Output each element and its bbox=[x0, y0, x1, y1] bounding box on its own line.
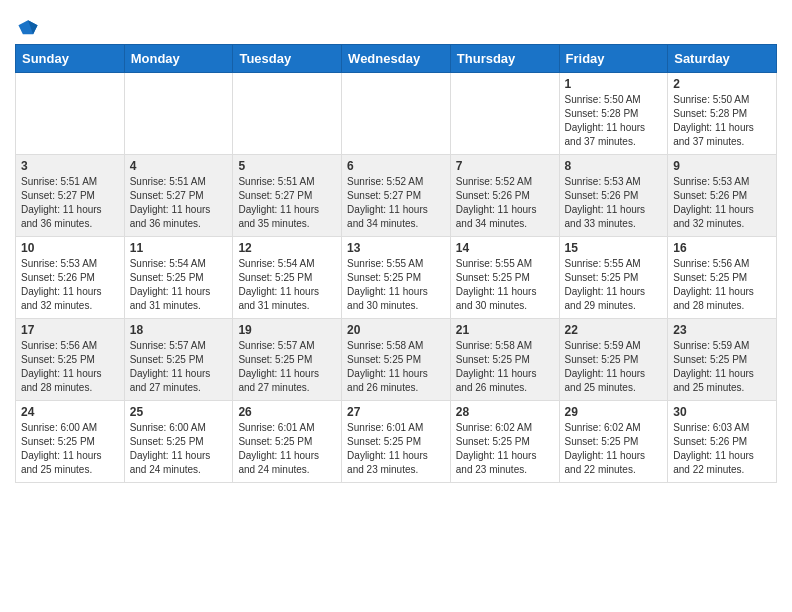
day-number: 1 bbox=[565, 77, 663, 91]
calendar-cell: 12Sunrise: 5:54 AM Sunset: 5:25 PM Dayli… bbox=[233, 237, 342, 319]
day-info: Sunrise: 5:57 AM Sunset: 5:25 PM Dayligh… bbox=[130, 339, 228, 395]
day-info: Sunrise: 6:03 AM Sunset: 5:26 PM Dayligh… bbox=[673, 421, 771, 477]
day-info: Sunrise: 6:00 AM Sunset: 5:25 PM Dayligh… bbox=[130, 421, 228, 477]
weekday-header-monday: Monday bbox=[124, 45, 233, 73]
calendar-cell: 13Sunrise: 5:55 AM Sunset: 5:25 PM Dayli… bbox=[342, 237, 451, 319]
day-info: Sunrise: 5:59 AM Sunset: 5:25 PM Dayligh… bbox=[565, 339, 663, 395]
day-info: Sunrise: 5:51 AM Sunset: 5:27 PM Dayligh… bbox=[238, 175, 336, 231]
calendar-week-1: 1Sunrise: 5:50 AM Sunset: 5:28 PM Daylig… bbox=[16, 73, 777, 155]
day-number: 17 bbox=[21, 323, 119, 337]
day-number: 23 bbox=[673, 323, 771, 337]
calendar-cell: 14Sunrise: 5:55 AM Sunset: 5:25 PM Dayli… bbox=[450, 237, 559, 319]
day-number: 8 bbox=[565, 159, 663, 173]
day-info: Sunrise: 5:51 AM Sunset: 5:27 PM Dayligh… bbox=[130, 175, 228, 231]
day-number: 10 bbox=[21, 241, 119, 255]
day-info: Sunrise: 5:55 AM Sunset: 5:25 PM Dayligh… bbox=[456, 257, 554, 313]
day-number: 18 bbox=[130, 323, 228, 337]
day-number: 7 bbox=[456, 159, 554, 173]
day-number: 27 bbox=[347, 405, 445, 419]
day-info: Sunrise: 5:54 AM Sunset: 5:25 PM Dayligh… bbox=[130, 257, 228, 313]
day-info: Sunrise: 5:52 AM Sunset: 5:27 PM Dayligh… bbox=[347, 175, 445, 231]
calendar-table: SundayMondayTuesdayWednesdayThursdayFrid… bbox=[15, 44, 777, 483]
calendar-cell: 23Sunrise: 5:59 AM Sunset: 5:25 PM Dayli… bbox=[668, 319, 777, 401]
day-info: Sunrise: 5:57 AM Sunset: 5:25 PM Dayligh… bbox=[238, 339, 336, 395]
day-info: Sunrise: 5:51 AM Sunset: 5:27 PM Dayligh… bbox=[21, 175, 119, 231]
weekday-header-sunday: Sunday bbox=[16, 45, 125, 73]
calendar-cell bbox=[16, 73, 125, 155]
day-info: Sunrise: 6:00 AM Sunset: 5:25 PM Dayligh… bbox=[21, 421, 119, 477]
day-info: Sunrise: 5:54 AM Sunset: 5:25 PM Dayligh… bbox=[238, 257, 336, 313]
day-info: Sunrise: 5:50 AM Sunset: 5:28 PM Dayligh… bbox=[565, 93, 663, 149]
day-number: 4 bbox=[130, 159, 228, 173]
day-info: Sunrise: 5:55 AM Sunset: 5:25 PM Dayligh… bbox=[347, 257, 445, 313]
calendar-cell: 26Sunrise: 6:01 AM Sunset: 5:25 PM Dayli… bbox=[233, 401, 342, 483]
day-info: Sunrise: 5:53 AM Sunset: 5:26 PM Dayligh… bbox=[565, 175, 663, 231]
day-number: 19 bbox=[238, 323, 336, 337]
calendar-week-5: 24Sunrise: 6:00 AM Sunset: 5:25 PM Dayli… bbox=[16, 401, 777, 483]
calendar-cell: 10Sunrise: 5:53 AM Sunset: 5:26 PM Dayli… bbox=[16, 237, 125, 319]
day-info: Sunrise: 5:59 AM Sunset: 5:25 PM Dayligh… bbox=[673, 339, 771, 395]
calendar-cell: 18Sunrise: 5:57 AM Sunset: 5:25 PM Dayli… bbox=[124, 319, 233, 401]
day-number: 28 bbox=[456, 405, 554, 419]
calendar-cell: 2Sunrise: 5:50 AM Sunset: 5:28 PM Daylig… bbox=[668, 73, 777, 155]
logo-icon bbox=[17, 18, 39, 40]
day-number: 24 bbox=[21, 405, 119, 419]
day-number: 25 bbox=[130, 405, 228, 419]
calendar-cell: 24Sunrise: 6:00 AM Sunset: 5:25 PM Dayli… bbox=[16, 401, 125, 483]
day-info: Sunrise: 5:58 AM Sunset: 5:25 PM Dayligh… bbox=[347, 339, 445, 395]
calendar-cell: 1Sunrise: 5:50 AM Sunset: 5:28 PM Daylig… bbox=[559, 73, 668, 155]
day-number: 2 bbox=[673, 77, 771, 91]
day-info: Sunrise: 6:01 AM Sunset: 5:25 PM Dayligh… bbox=[238, 421, 336, 477]
logo bbox=[15, 18, 39, 36]
day-info: Sunrise: 5:55 AM Sunset: 5:25 PM Dayligh… bbox=[565, 257, 663, 313]
calendar-cell: 22Sunrise: 5:59 AM Sunset: 5:25 PM Dayli… bbox=[559, 319, 668, 401]
day-number: 16 bbox=[673, 241, 771, 255]
calendar-cell: 9Sunrise: 5:53 AM Sunset: 5:26 PM Daylig… bbox=[668, 155, 777, 237]
day-info: Sunrise: 6:01 AM Sunset: 5:25 PM Dayligh… bbox=[347, 421, 445, 477]
weekday-header-row: SundayMondayTuesdayWednesdayThursdayFrid… bbox=[16, 45, 777, 73]
day-number: 3 bbox=[21, 159, 119, 173]
day-number: 15 bbox=[565, 241, 663, 255]
calendar-cell bbox=[233, 73, 342, 155]
calendar-week-3: 10Sunrise: 5:53 AM Sunset: 5:26 PM Dayli… bbox=[16, 237, 777, 319]
calendar-week-2: 3Sunrise: 5:51 AM Sunset: 5:27 PM Daylig… bbox=[16, 155, 777, 237]
weekday-header-saturday: Saturday bbox=[668, 45, 777, 73]
calendar-cell: 6Sunrise: 5:52 AM Sunset: 5:27 PM Daylig… bbox=[342, 155, 451, 237]
calendar-cell: 21Sunrise: 5:58 AM Sunset: 5:25 PM Dayli… bbox=[450, 319, 559, 401]
day-number: 13 bbox=[347, 241, 445, 255]
day-number: 21 bbox=[456, 323, 554, 337]
weekday-header-thursday: Thursday bbox=[450, 45, 559, 73]
calendar-cell bbox=[124, 73, 233, 155]
day-number: 12 bbox=[238, 241, 336, 255]
day-number: 30 bbox=[673, 405, 771, 419]
calendar-cell: 7Sunrise: 5:52 AM Sunset: 5:26 PM Daylig… bbox=[450, 155, 559, 237]
day-number: 14 bbox=[456, 241, 554, 255]
calendar-cell: 8Sunrise: 5:53 AM Sunset: 5:26 PM Daylig… bbox=[559, 155, 668, 237]
day-info: Sunrise: 5:50 AM Sunset: 5:28 PM Dayligh… bbox=[673, 93, 771, 149]
day-info: Sunrise: 5:52 AM Sunset: 5:26 PM Dayligh… bbox=[456, 175, 554, 231]
calendar-cell: 29Sunrise: 6:02 AM Sunset: 5:25 PM Dayli… bbox=[559, 401, 668, 483]
day-number: 26 bbox=[238, 405, 336, 419]
day-number: 20 bbox=[347, 323, 445, 337]
day-info: Sunrise: 5:58 AM Sunset: 5:25 PM Dayligh… bbox=[456, 339, 554, 395]
day-number: 6 bbox=[347, 159, 445, 173]
day-info: Sunrise: 6:02 AM Sunset: 5:25 PM Dayligh… bbox=[565, 421, 663, 477]
day-info: Sunrise: 5:56 AM Sunset: 5:25 PM Dayligh… bbox=[673, 257, 771, 313]
day-info: Sunrise: 5:56 AM Sunset: 5:25 PM Dayligh… bbox=[21, 339, 119, 395]
weekday-header-friday: Friday bbox=[559, 45, 668, 73]
calendar-cell: 27Sunrise: 6:01 AM Sunset: 5:25 PM Dayli… bbox=[342, 401, 451, 483]
calendar-cell: 20Sunrise: 5:58 AM Sunset: 5:25 PM Dayli… bbox=[342, 319, 451, 401]
calendar-cell: 11Sunrise: 5:54 AM Sunset: 5:25 PM Dayli… bbox=[124, 237, 233, 319]
day-number: 11 bbox=[130, 241, 228, 255]
calendar-cell: 3Sunrise: 5:51 AM Sunset: 5:27 PM Daylig… bbox=[16, 155, 125, 237]
calendar-cell: 19Sunrise: 5:57 AM Sunset: 5:25 PM Dayli… bbox=[233, 319, 342, 401]
day-number: 9 bbox=[673, 159, 771, 173]
header bbox=[15, 10, 777, 36]
calendar-cell: 25Sunrise: 6:00 AM Sunset: 5:25 PM Dayli… bbox=[124, 401, 233, 483]
weekday-header-wednesday: Wednesday bbox=[342, 45, 451, 73]
day-info: Sunrise: 5:53 AM Sunset: 5:26 PM Dayligh… bbox=[21, 257, 119, 313]
calendar-cell: 17Sunrise: 5:56 AM Sunset: 5:25 PM Dayli… bbox=[16, 319, 125, 401]
calendar-cell: 4Sunrise: 5:51 AM Sunset: 5:27 PM Daylig… bbox=[124, 155, 233, 237]
day-info: Sunrise: 6:02 AM Sunset: 5:25 PM Dayligh… bbox=[456, 421, 554, 477]
calendar-cell: 15Sunrise: 5:55 AM Sunset: 5:25 PM Dayli… bbox=[559, 237, 668, 319]
